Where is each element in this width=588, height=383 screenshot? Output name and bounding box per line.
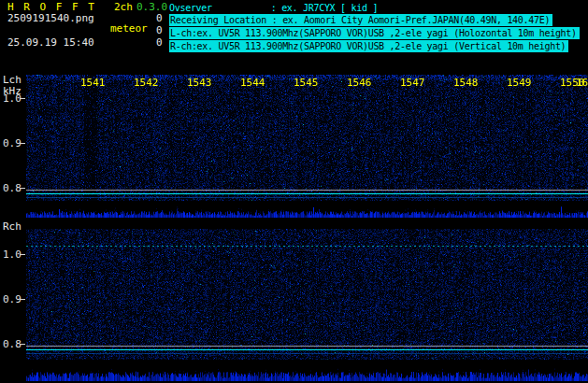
time-label: 1549: [507, 77, 532, 89]
lch-freq-tick-label: 0.8: [3, 182, 22, 194]
meteor-count-2: 0: [156, 24, 163, 36]
time-label: 1548: [453, 77, 479, 89]
rch-freq-tickmark: [20, 344, 25, 345]
rch-freq-tickmark: [20, 299, 25, 300]
lch-spectrogram: [26, 75, 588, 201]
lch-freq-tickmark: [20, 98, 25, 99]
rch-freq-tickmark: [20, 254, 25, 255]
lch-freq-tick-label: 1.0: [3, 92, 22, 105]
lch-freq-tickmark: [20, 188, 25, 189]
output-filename: 2509191540.png: [7, 12, 94, 24]
channel-mode: 2ch: [114, 1, 133, 13]
rch-freq-tick-label: 0.8: [3, 338, 22, 350]
time-label: 1545: [294, 77, 319, 89]
time-axis: 1541154215431544154515461547154815491550…: [0, 77, 588, 88]
rch-info-line: R-ch:ex. UV5R 113.900Mhz(SAPPORO VOR)USB…: [169, 40, 568, 52]
datetime-label: 25.09.19 15:40: [7, 36, 94, 49]
time-label: 1547: [400, 77, 425, 89]
rch-freq-tick-label: 0.9: [3, 293, 22, 305]
lch-info-line: L-ch:ex. UV5R 113.900Mhz(SAPPORO VOR)USB…: [169, 27, 580, 39]
rch-spectrogram: [26, 229, 588, 360]
rch-signal-strip: [26, 360, 588, 381]
lch-freq-tick-label: 0.9: [3, 137, 22, 149]
lch-freq-tickmark: [20, 143, 25, 144]
meteor-label: meteor: [110, 22, 148, 35]
time-label: 1543: [187, 77, 212, 89]
rch-freq-tick-label: 1.0: [3, 248, 22, 261]
time-label: 1542: [134, 77, 159, 89]
time-label: 16: [576, 77, 588, 89]
location-line: Receiving Location : ex. Aomori City Aom…: [169, 14, 552, 26]
meteor-count-3: 0: [156, 36, 163, 49]
rch-channel-label: Rch: [3, 220, 22, 233]
observer-line: Ovserver : ex. JR7CYX [ kid ]: [169, 2, 378, 14]
hrofft-screen: H R O F F T 2ch 0.3.0 2509191540.png met…: [0, 0, 588, 383]
time-label: 1541: [80, 77, 106, 89]
version-number: 0.3.0: [136, 1, 167, 13]
lch-signal-strip: [26, 201, 588, 218]
meteor-count-1: 0: [156, 12, 163, 24]
time-label: 1544: [240, 77, 265, 89]
time-label: 1546: [347, 77, 372, 89]
